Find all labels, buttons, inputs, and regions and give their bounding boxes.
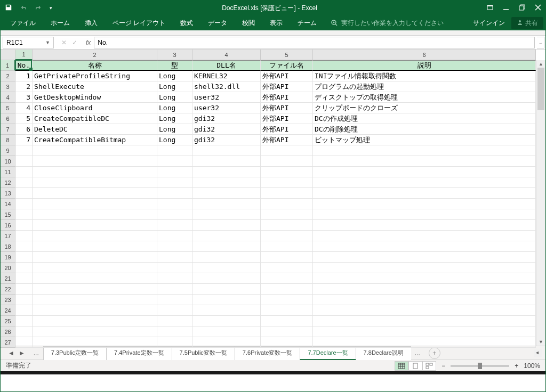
cell[interactable]: DLL名 xyxy=(192,60,261,71)
cell[interactable] xyxy=(15,145,33,156)
cell[interactable] xyxy=(261,209,313,220)
cell[interactable] xyxy=(15,305,33,316)
cell[interactable]: CreateCompatibleDC xyxy=(33,113,157,124)
cell[interactable]: gdi32 xyxy=(192,113,261,124)
cell[interactable] xyxy=(157,337,192,348)
cell-grid[interactable]: No.名称型DLL名ファイル名説明1GetPrivateProfileStrin… xyxy=(15,60,536,348)
cell[interactable] xyxy=(192,188,261,199)
row-header[interactable]: 16 xyxy=(1,220,15,231)
cell[interactable]: 外部API xyxy=(261,71,313,81)
sheet-tab[interactable]: 7.5Public変数一覧 xyxy=(172,346,235,360)
cell[interactable] xyxy=(157,209,192,220)
cell[interactable] xyxy=(15,295,33,305)
zoom-in-button[interactable]: + xyxy=(515,362,518,370)
cell[interactable] xyxy=(33,305,157,316)
cell[interactable]: Long xyxy=(157,124,192,135)
cell[interactable]: CreateCompatibleBitmap xyxy=(33,135,157,145)
cell[interactable] xyxy=(33,177,157,188)
row-header[interactable]: 26 xyxy=(1,326,15,337)
cell[interactable]: 2 xyxy=(15,81,33,92)
cell[interactable] xyxy=(313,316,536,326)
cell[interactable]: shell32.dll xyxy=(192,81,261,92)
cell[interactable] xyxy=(261,167,313,177)
redo-icon[interactable] xyxy=(35,4,42,13)
cell[interactable] xyxy=(261,199,313,209)
zoom-out-button[interactable]: − xyxy=(441,362,445,370)
share-button[interactable]: 共有 xyxy=(511,17,543,29)
view-normal-button[interactable] xyxy=(395,361,408,371)
cell[interactable]: Long xyxy=(157,92,192,103)
cell[interactable] xyxy=(157,295,192,305)
cell[interactable] xyxy=(15,231,33,241)
cell[interactable]: ShellExecute xyxy=(33,81,157,92)
cell[interactable] xyxy=(313,177,536,188)
cell[interactable] xyxy=(261,273,313,284)
cell[interactable]: 外部API xyxy=(261,124,313,135)
cell[interactable] xyxy=(261,156,313,167)
cell[interactable] xyxy=(157,263,192,273)
cell[interactable]: 外部API xyxy=(261,113,313,124)
scrollbar-thumb[interactable] xyxy=(537,68,544,110)
cell[interactable] xyxy=(313,252,536,263)
cell[interactable] xyxy=(192,145,261,156)
cell[interactable] xyxy=(157,273,192,284)
cell[interactable] xyxy=(192,337,261,348)
column-header[interactable]: 5 xyxy=(261,50,313,60)
cell[interactable] xyxy=(157,252,192,263)
sheet-nav-prev-icon[interactable]: ◄ xyxy=(8,349,14,357)
cell[interactable] xyxy=(261,263,313,273)
cell[interactable] xyxy=(192,305,261,316)
cell[interactable]: DCの削除処理 xyxy=(313,124,536,135)
cell[interactable] xyxy=(33,156,157,167)
cell[interactable] xyxy=(15,337,33,348)
cell[interactable] xyxy=(33,284,157,295)
cell[interactable] xyxy=(33,145,157,156)
cell[interactable] xyxy=(33,326,157,337)
column-header[interactable]: 1 xyxy=(15,50,33,60)
row-header[interactable]: 10 xyxy=(1,156,15,167)
cell[interactable] xyxy=(33,231,157,241)
ribbon-tab-チーム[interactable]: チーム xyxy=(290,15,324,31)
sheet-nav-next-icon[interactable]: ► xyxy=(19,349,25,357)
cell[interactable] xyxy=(313,284,536,295)
cell[interactable] xyxy=(157,167,192,177)
ribbon-tab-ホーム[interactable]: ホーム xyxy=(43,15,77,31)
cell[interactable] xyxy=(15,273,33,284)
cell[interactable] xyxy=(15,199,33,209)
cell[interactable]: 外部API xyxy=(261,92,313,103)
column-header[interactable]: 3 xyxy=(157,50,192,60)
row-header[interactable]: 17 xyxy=(1,231,15,241)
sheet-overflow-indicator-right[interactable]: ... xyxy=(411,349,424,357)
cell[interactable] xyxy=(33,337,157,348)
cell[interactable] xyxy=(15,252,33,263)
cell[interactable]: 型 xyxy=(157,60,192,71)
minimize-icon[interactable] xyxy=(503,4,509,12)
cell[interactable]: CloseClipboard xyxy=(33,103,157,113)
row-header[interactable]: 14 xyxy=(1,199,15,209)
sheet-tab[interactable]: 7.8Declare説明 xyxy=(356,346,411,360)
cell[interactable] xyxy=(15,220,33,231)
cell[interactable] xyxy=(157,241,192,252)
cell[interactable] xyxy=(261,177,313,188)
cell[interactable] xyxy=(33,167,157,177)
scroll-up-icon[interactable]: ▲ xyxy=(536,60,545,68)
cell[interactable] xyxy=(15,284,33,295)
row-header[interactable]: 25 xyxy=(1,316,15,326)
cell[interactable]: GetDesktopWindow xyxy=(33,92,157,103)
ribbon-tab-ファイル[interactable]: ファイル xyxy=(3,15,43,31)
select-all-corner[interactable] xyxy=(1,50,15,60)
row-header[interactable]: 23 xyxy=(1,295,15,305)
cell[interactable] xyxy=(192,209,261,220)
cell[interactable] xyxy=(192,326,261,337)
cell[interactable] xyxy=(192,252,261,263)
row-header[interactable]: 15 xyxy=(1,209,15,220)
column-header[interactable]: 6 xyxy=(313,50,536,60)
cell[interactable] xyxy=(261,241,313,252)
cell[interactable]: Long xyxy=(157,103,192,113)
cell[interactable]: 4 xyxy=(15,103,33,113)
cell[interactable] xyxy=(192,220,261,231)
cell[interactable]: DCの作成処理 xyxy=(313,113,536,124)
cell[interactable] xyxy=(157,326,192,337)
cell[interactable] xyxy=(157,177,192,188)
cell[interactable] xyxy=(192,231,261,241)
